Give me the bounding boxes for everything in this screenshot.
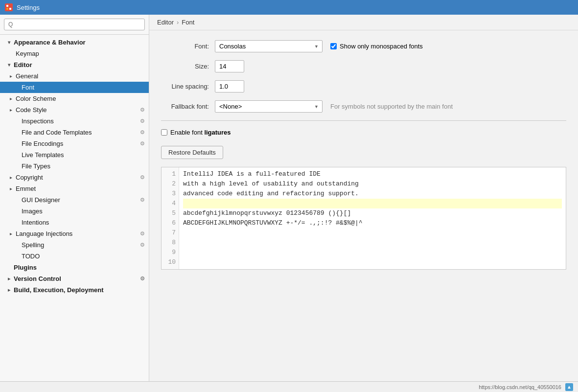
sidebar-item-inspections[interactable]: Inspections⚙	[0, 115, 149, 127]
main-layout: ▾Appearance & BehaviorKeymap▾Editor▸Gene…	[0, 15, 578, 381]
chevron-icon: ▸	[6, 276, 12, 282]
size-row: Size:	[161, 60, 566, 72]
sidebar-item-label: GUI Designer	[22, 196, 60, 204]
sidebar-item-label: Plugins	[14, 264, 37, 271]
sidebar-item-editor[interactable]: ▾Editor	[0, 59, 149, 70]
scroll-up-button[interactable]: ▲	[565, 383, 573, 391]
code-line	[183, 199, 562, 208]
title-bar: Settings	[0, 0, 578, 15]
code-lines: IntelliJ IDEA is a full-featured IDEwith…	[179, 167, 566, 269]
fallback-font-select[interactable]: <None>	[215, 100, 323, 113]
sidebar-item-font[interactable]: Font	[0, 82, 149, 93]
chevron-icon: ▸	[8, 186, 14, 192]
sidebar-item-label: General	[16, 72, 38, 80]
sidebar-item-live-templates[interactable]: Live Templates	[0, 149, 149, 161]
sidebar-item-file-encodings[interactable]: File Encodings⚙	[0, 138, 149, 149]
sidebar: ▾Appearance & BehaviorKeymap▾Editor▸Gene…	[0, 15, 149, 381]
size-input[interactable]	[215, 60, 244, 72]
sidebar-item-plugins[interactable]: Plugins	[0, 262, 149, 273]
sidebar-item-label: Intentions	[22, 219, 49, 226]
settings-badge-icon: ⚙	[140, 242, 145, 248]
size-input-wrapper	[215, 60, 244, 72]
chevron-icon: ▸	[8, 73, 14, 79]
svg-rect-1	[6, 5, 8, 7]
line-spacing-label: Line spacing:	[161, 83, 215, 90]
font-row: Font: Consolas Show only monospaced font…	[161, 40, 566, 52]
sidebar-item-spelling[interactable]: Spelling⚙	[0, 239, 149, 251]
svg-rect-0	[5, 4, 12, 11]
settings-badge-icon: ⚙	[140, 197, 145, 203]
sidebar-item-label: Editor	[14, 61, 32, 69]
ligatures-checkbox[interactable]	[161, 129, 167, 136]
divider	[161, 120, 566, 121]
sidebar-item-version-control[interactable]: ▸Version Control⚙	[0, 273, 149, 284]
app-icon	[5, 3, 13, 11]
line-spacing-input[interactable]	[215, 80, 244, 92]
sidebar-item-label: File Types	[22, 162, 50, 170]
chevron-icon: ▸	[8, 175, 14, 181]
window-title: Settings	[17, 4, 40, 11]
sidebar-item-emmet[interactable]: ▸Emmet	[0, 183, 149, 194]
code-line	[183, 257, 562, 267]
sidebar-item-label: Code Style	[16, 106, 47, 114]
sidebar-item-images[interactable]: Images	[0, 206, 149, 217]
chevron-icon: ▸	[6, 287, 12, 293]
fallback-font-row: Fallback font: <None> For symbols not su…	[161, 100, 566, 113]
sidebar-item-label: Appearance & Behavior	[14, 39, 86, 46]
chevron-icon: ▸	[8, 231, 14, 237]
sidebar-item-label: Font	[22, 84, 34, 91]
breadcrumb: Editor › Font	[149, 15, 578, 30]
line-spacing-input-wrapper	[215, 80, 244, 92]
code-preview-inner: 12345678910 IntelliJ IDEA is a full-feat…	[162, 167, 566, 269]
search-input[interactable]	[4, 19, 145, 30]
sidebar-item-label: Images	[22, 208, 43, 215]
sidebar-item-intentions[interactable]: Intentions	[0, 217, 149, 228]
ligatures-row: Enable font ligatures	[161, 129, 566, 136]
sidebar-item-build-execution-deployment[interactable]: ▸Build, Execution, Deployment	[0, 284, 149, 296]
search-box	[0, 15, 149, 35]
code-line	[183, 248, 562, 257]
line-number: 2	[164, 179, 176, 189]
sidebar-item-label: File Encodings	[22, 140, 63, 147]
sidebar-item-gui-designer[interactable]: GUI Designer⚙	[0, 194, 149, 206]
font-select[interactable]: Consolas	[215, 40, 323, 52]
sidebar-item-general[interactable]: ▸General	[0, 70, 149, 82]
sidebar-item-label: File and Code Templates	[22, 129, 92, 136]
sidebar-item-file-types[interactable]: File Types	[0, 161, 149, 172]
code-line	[183, 228, 562, 238]
line-spacing-row: Line spacing:	[161, 80, 566, 92]
settings-badge-icon: ⚙	[140, 129, 145, 136]
sidebar-item-label: Spelling	[22, 241, 44, 249]
settings-badge-icon: ⚙	[140, 140, 145, 147]
sidebar-item-todo[interactable]: TODO	[0, 251, 149, 262]
sidebar-item-label: TODO	[22, 253, 40, 260]
sidebar-item-label: Keymap	[16, 50, 39, 57]
sidebar-item-label: Emmet	[16, 185, 36, 192]
line-number: 1	[164, 169, 176, 179]
monospaced-label: Show only monospaced fonts	[340, 43, 423, 50]
ligatures-bold: ligatures	[204, 129, 231, 136]
monospaced-checkbox[interactable]	[330, 43, 337, 49]
sidebar-item-copyright[interactable]: ▸Copyright⚙	[0, 172, 149, 183]
sidebar-item-label: Copyright	[16, 174, 43, 181]
sidebar-item-language-injections[interactable]: ▸Language Injections⚙	[0, 228, 149, 239]
sidebar-item-appearance-behavior[interactable]: ▾Appearance & Behavior	[0, 37, 149, 48]
code-line	[183, 238, 562, 248]
sidebar-item-code-style[interactable]: ▸Code Style⚙	[0, 104, 149, 115]
font-select-wrapper: Consolas	[215, 40, 323, 52]
line-number: 7	[164, 228, 176, 238]
chevron-icon: ▸	[8, 96, 14, 102]
code-line: advanced code editing and refactoring su…	[183, 189, 562, 199]
sidebar-item-file-code-templates[interactable]: File and Code Templates⚙	[0, 127, 149, 138]
line-numbers: 12345678910	[162, 167, 179, 269]
line-number: 8	[164, 238, 176, 248]
sidebar-item-keymap[interactable]: Keymap	[0, 48, 149, 59]
restore-defaults-button[interactable]: Restore Defaults	[161, 146, 223, 159]
status-url: https://blog.csdn.net/qq_40550016	[479, 384, 561, 390]
breadcrumb-separator: ›	[177, 19, 179, 26]
chevron-icon: ▸	[8, 107, 14, 113]
breadcrumb-parent: Editor	[157, 19, 174, 26]
sidebar-item-color-scheme[interactable]: ▸Color Scheme	[0, 93, 149, 104]
line-number: 4	[164, 199, 176, 208]
nav-tree: ▾Appearance & BehaviorKeymap▾Editor▸Gene…	[0, 35, 149, 381]
